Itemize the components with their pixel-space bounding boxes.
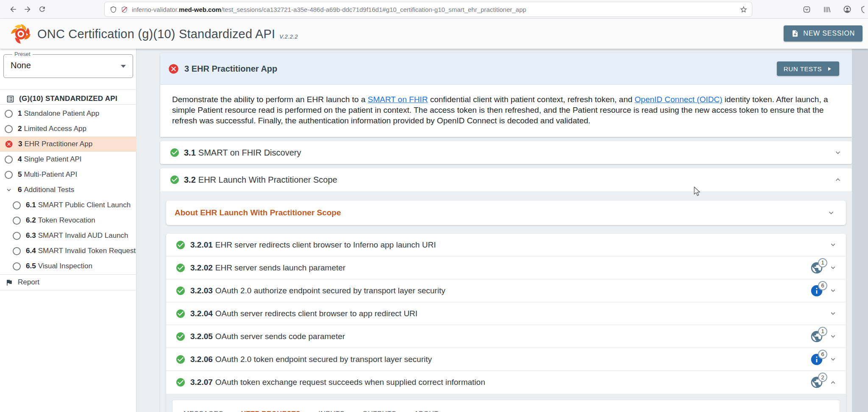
suite-header: (G)(10) STANDARDIZED API <box>0 90 136 108</box>
test-row-3-2-03[interactable]: 3.2.03 OAuth 2.0 authorize endpoint secu… <box>166 279 846 302</box>
radio-icon <box>13 232 21 240</box>
extension-icon <box>860 6 868 14</box>
sidebar-item-smart-invalid-token-request[interactable]: 6.4 SMART Invalid Token Request <box>0 243 136 259</box>
tab-about[interactable]: ABOUT <box>413 406 440 412</box>
test-detail-tabs: MESSAGES HTTP REQUESTS INPUTS OUTPUTS AB… <box>183 406 440 412</box>
chevron-down-icon <box>5 186 13 194</box>
chevron-down-icon <box>829 333 837 340</box>
radio-icon <box>5 171 13 179</box>
test-detail-content: MESSAGES HTTP REQUESTS INPUTS OUTPUTS AB… <box>166 394 846 412</box>
suite-title: (G)(10) STANDARDIZED API <box>19 95 117 103</box>
page-title: ONC Certification (g)(10) Standardized A… <box>37 27 275 41</box>
account-icon <box>843 5 851 14</box>
library-button[interactable] <box>820 2 834 17</box>
test-row-3-2-06[interactable]: 3.2.06 OAuth 2.0 token endpoint secured … <box>166 348 846 371</box>
tab-inputs[interactable]: INPUTS <box>317 406 345 412</box>
chevron-down-icon <box>121 65 126 68</box>
sidebar: Preset None (G)(10) STANDARDIZED API 1 S… <box>0 49 136 412</box>
radio-icon <box>13 262 21 270</box>
url-bar[interactable]: inferno-validator.med-web.com/test_sessi… <box>105 2 752 17</box>
pocket-button[interactable] <box>799 2 814 17</box>
app-version: V.2.2.2 <box>279 33 298 40</box>
run-tests-button[interactable]: RUN TESTS <box>777 61 839 76</box>
check-circle-icon <box>175 377 186 387</box>
refresh-icon <box>38 5 46 13</box>
play-icon <box>826 66 832 72</box>
test-row-3-2-01[interactable]: 3.2.01 EHR server redirects client brows… <box>166 234 846 256</box>
about-panel-title: About EHR Launch With Practitioner Scope <box>175 208 341 217</box>
check-circle-icon <box>175 240 186 250</box>
sidebar-item-report[interactable]: Report <box>0 275 136 290</box>
suite-card-title: 3 EHR Practitioner App <box>184 64 277 74</box>
request-count-badge[interactable]: 1 <box>810 261 823 275</box>
radio-icon <box>13 217 21 225</box>
sidebar-item-smart-invalid-aud-launch[interactable]: 6.3 SMART Invalid AUD Launch <box>0 228 136 243</box>
chevron-down-icon <box>829 287 837 294</box>
group-row-smart-on-fhir-discovery[interactable]: 3.1 SMART on FHIR Discovery <box>160 141 852 164</box>
main-content: 3 EHR Practitioner App RUN TESTS Demonst… <box>136 49 852 412</box>
chevron-down-icon <box>829 356 837 363</box>
test-list: 3.2.01 EHR server redirects client brows… <box>166 234 846 412</box>
radio-icon <box>5 156 13 164</box>
forward-button[interactable] <box>20 2 35 17</box>
about-panel[interactable]: About EHR Launch With Practitioner Scope <box>166 200 846 225</box>
back-button[interactable] <box>6 2 20 17</box>
chevron-down-icon <box>829 310 837 317</box>
check-circle-icon <box>170 175 180 185</box>
test-row-3-2-04[interactable]: 3.2.04 OAuth server redirects client bro… <box>166 302 846 325</box>
smart-on-fhir-link[interactable]: SMART on FHIR <box>368 95 428 104</box>
preset-select[interactable]: Preset None <box>3 54 133 78</box>
test-row-3-2-05[interactable]: 3.2.05 OAuth server sends code parameter… <box>166 325 846 348</box>
shield-icon[interactable] <box>110 6 117 13</box>
sidebar-item-smart-public-client-launch[interactable]: 6.1 SMART Public Client Launch <box>0 198 136 213</box>
sidebar-item-additional-tests[interactable]: 6 Additional Tests <box>0 182 136 198</box>
request-count-badge[interactable]: 1 <box>810 330 823 343</box>
sidebar-item-token-revocation[interactable]: 6.2 Token Revocation <box>0 213 136 228</box>
inferno-logo-icon <box>10 23 31 45</box>
url-text: inferno-validator.med-web.com/test_sessi… <box>132 6 736 13</box>
test-row-3-2-02[interactable]: 3.2.02 EHR server sends launch parameter… <box>166 256 846 279</box>
preset-value: None <box>11 61 31 70</box>
extension-button[interactable] <box>860 2 868 17</box>
refresh-button[interactable] <box>35 2 49 17</box>
chevron-down-icon <box>827 209 835 217</box>
check-circle-icon <box>175 331 186 342</box>
info-count-badge[interactable]: 6 <box>810 353 823 366</box>
suite-card-header: 3 EHR Practitioner App RUN TESTS <box>160 53 852 85</box>
preset-label: Preset <box>12 51 33 57</box>
check-circle-icon <box>170 148 180 158</box>
check-circle-icon <box>175 263 186 273</box>
chevron-up-icon <box>834 176 842 184</box>
back-arrow-icon <box>9 5 17 14</box>
sidebar-item-single-patient-api[interactable]: 4 Single Patient API <box>0 152 136 167</box>
new-session-button[interactable]: NEW SESSION <box>784 25 862 42</box>
test-detail-panel: MESSAGES HTTP REQUESTS INPUTS OUTPUTS AB… <box>172 400 840 412</box>
account-button[interactable] <box>840 2 854 17</box>
sidebar-item-standalone-patient-app[interactable]: 1 Standalone Patient App <box>0 106 136 121</box>
sidebar-item-multi-patient-api[interactable]: 5 Multi-Patient API <box>0 167 136 182</box>
chevron-down-icon <box>829 264 837 271</box>
sidebar-item-ehr-practitioner-app[interactable]: 3 EHR Practitioner App <box>0 136 136 152</box>
tracking-disabled-icon[interactable] <box>121 6 128 13</box>
new-document-icon <box>791 30 799 37</box>
tab-outputs[interactable]: OUTPUTS <box>362 406 397 412</box>
tab-http-requests[interactable]: HTTP REQUESTS <box>240 406 301 412</box>
info-count-badge[interactable]: 6 <box>810 284 823 298</box>
bookmark-star-icon[interactable] <box>740 6 748 14</box>
sidebar-item-visual-inspection[interactable]: 6.5 Visual Inspection <box>0 259 136 274</box>
radio-icon <box>5 110 13 118</box>
check-circle-icon <box>175 309 186 319</box>
test-row-3-2-07[interactable]: 3.2.07 OAuth token exchange request succ… <box>166 371 846 394</box>
radio-icon <box>13 201 21 209</box>
openid-connect-link[interactable]: OpenID Connect (OIDC) <box>634 95 722 104</box>
tab-messages[interactable]: MESSAGES <box>183 406 224 412</box>
pocket-icon <box>803 6 811 14</box>
sidebar-item-limited-access-app[interactable]: 2 Limited Access App <box>0 121 136 136</box>
library-icon <box>823 6 831 14</box>
error-cancel-icon <box>5 140 13 148</box>
group-row-ehr-launch-practitioner-scope[interactable]: 3.2 EHR Launch With Practitioner Scope <box>160 168 852 191</box>
chevron-up-icon <box>829 379 837 386</box>
scrollbar-track[interactable] <box>852 49 868 412</box>
request-count-badge[interactable]: 2 <box>810 376 823 389</box>
check-circle-icon <box>175 286 186 296</box>
